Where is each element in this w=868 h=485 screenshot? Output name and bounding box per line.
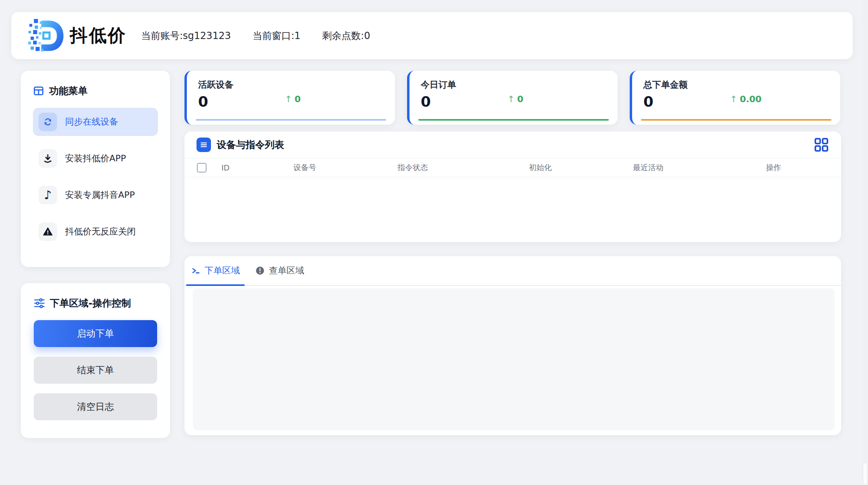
column-header-command: 指令状态 — [397, 162, 428, 173]
stat-accent-line — [196, 119, 386, 121]
column-header-activity: 最近活动 — [633, 162, 663, 173]
stat-delta: ↑0 — [507, 94, 523, 104]
order-controls-title: 下单区域-操作控制 — [50, 297, 131, 310]
tab-label: 查单区域 — [269, 265, 304, 277]
stat-delta: ↑0.00 — [730, 94, 762, 104]
sidebar-item-force-close[interactable]: 抖低价无反应关闭 — [33, 218, 158, 246]
up-arrow-icon: ↑ — [285, 94, 292, 104]
refresh-icon — [43, 117, 53, 127]
up-arrow-icon: ↑ — [507, 94, 514, 104]
clear-log-button[interactable]: 清空日志 — [34, 393, 157, 420]
header-bar: 抖低价 当前账号:sg123123 当前窗口:1 剩余点数:0 — [11, 12, 853, 59]
app-logo: 抖低价 — [27, 17, 127, 54]
table-title: 设备与指令列表 — [217, 138, 284, 151]
tab-order-area[interactable]: 下单区域 — [186, 256, 245, 285]
music-note-icon: ♪ — [44, 189, 51, 201]
stat-title: 活跃设备 — [198, 79, 395, 91]
function-menu-card: 功能菜单 同步在线设备 安装 — [21, 71, 170, 267]
table-column-header-row: ID 设备号 指令状态 初始化 最近活动 操作 — [184, 158, 841, 177]
terminal-icon — [191, 266, 201, 275]
stat-accent-line — [641, 119, 831, 121]
sidebar-item-label: 同步在线设备 — [65, 116, 118, 128]
sidebar-item-install-douyin-app[interactable]: ♪ 安装专属抖音APP — [33, 181, 158, 209]
alert-circle-icon — [255, 266, 265, 275]
order-controls-header: 下单区域-操作控制 — [34, 297, 157, 310]
grid-table-icon — [33, 85, 44, 97]
scrollbar-thumb[interactable] — [863, 462, 868, 485]
warning-icon — [43, 226, 53, 237]
stat-card-total-amount: 总下单金额 0 ↑0.00 — [630, 71, 840, 125]
sidebar-item-label: 抖低价无反应关闭 — [65, 226, 136, 238]
table-header: 设备与指令列表 — [184, 132, 841, 158]
sidebar-item-sync-devices[interactable]: 同步在线设备 — [33, 108, 158, 136]
select-all-checkbox[interactable] — [197, 163, 207, 173]
order-controls-card: 下单区域-操作控制 启动下单 结束下单 清空日志 — [21, 283, 170, 438]
tab-label: 下单区域 — [205, 265, 240, 277]
column-header-device: 设备号 — [293, 162, 316, 173]
stat-card-today-orders: 今日订单 0 ↑0 — [407, 71, 618, 125]
vertical-scrollbar[interactable] — [862, 0, 868, 485]
up-arrow-icon: ↑ — [730, 94, 737, 104]
download-icon — [43, 153, 53, 164]
stat-title: 今日订单 — [421, 79, 618, 91]
table-title-group: 设备与指令列表 — [197, 138, 284, 152]
device-command-table-card: 设备与指令列表 ID 设备号 指令状态 初始化 最近活动 操作 — [184, 132, 841, 242]
sidebar-item-label: 安装专属抖音APP — [65, 189, 135, 201]
column-header-id: ID — [221, 163, 229, 172]
column-header-actions: 操作 — [766, 162, 781, 173]
stat-card-active-devices: 活跃设备 0 ↑0 — [184, 71, 395, 125]
tab-bar: 下单区域 查单区域 — [184, 256, 841, 286]
column-header-init: 初始化 — [529, 162, 552, 173]
stat-delta: ↑0 — [285, 94, 301, 104]
order-log-panel — [193, 288, 835, 430]
current-window-label: 当前窗口:1 — [252, 29, 300, 42]
sidebar-item-label: 安装抖低价APP — [65, 152, 126, 164]
stat-title: 总下单金额 — [643, 79, 840, 91]
remaining-points-label: 剩余点数:0 — [322, 29, 370, 42]
function-menu-title: 功能菜单 — [49, 84, 88, 97]
function-menu-header: 功能菜单 — [33, 84, 158, 97]
list-icon — [197, 138, 211, 152]
app-title: 抖低价 — [70, 24, 127, 47]
stop-order-button[interactable]: 结束下单 — [34, 357, 157, 384]
current-account-label: 当前账号:sg123123 — [141, 29, 231, 42]
stat-accent-line — [418, 119, 609, 121]
start-order-button[interactable]: 启动下单 — [34, 320, 157, 347]
order-area-card: 下单区域 查单区域 — [184, 256, 841, 435]
sidebar-item-install-doudijia-app[interactable]: 安装抖低价APP — [33, 144, 158, 173]
grid-view-icon[interactable] — [814, 137, 829, 152]
sliders-icon — [34, 298, 45, 309]
app-logo-icon — [27, 17, 64, 54]
tab-check-area[interactable]: 查单区域 — [250, 256, 309, 285]
